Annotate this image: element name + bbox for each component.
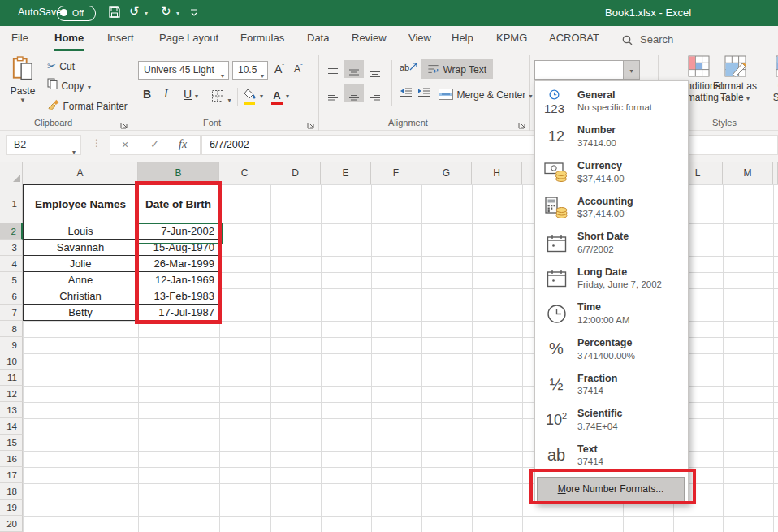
format-option-scientific[interactable]: 102 Scientific 3.74E+04 bbox=[535, 402, 688, 438]
decrease-font-size-button[interactable]: Aˇ bbox=[294, 63, 303, 75]
row-header-2[interactable]: 2 bbox=[0, 223, 23, 240]
borders-dropdown-icon[interactable]: ▾ bbox=[227, 97, 231, 104]
font-size-dropdown-icon[interactable]: ▾ bbox=[261, 67, 264, 84]
paste-button[interactable]: Paste ▼ bbox=[5, 55, 41, 123]
insert-function-icon[interactable]: fx bbox=[179, 138, 187, 151]
row-header-12[interactable]: 12 bbox=[0, 386, 23, 402]
align-middle-button[interactable] bbox=[344, 60, 364, 78]
font-name-combobox[interactable]: Univers 45 Light ▾ bbox=[138, 61, 229, 80]
increase-font-size-button[interactable]: Aˆ bbox=[274, 63, 284, 76]
cell-B3[interactable]: 15-Aug-1970 bbox=[138, 240, 219, 256]
cell-B6[interactable]: 13-Feb-1983 bbox=[138, 288, 219, 305]
row-header-1[interactable]: 1 bbox=[0, 184, 23, 223]
tab-data[interactable]: Data bbox=[307, 32, 329, 49]
column-header-h[interactable]: H bbox=[472, 162, 522, 184]
decrease-indent-button[interactable] bbox=[400, 87, 413, 102]
italic-button[interactable]: I bbox=[164, 88, 168, 101]
tab-view[interactable]: View bbox=[408, 32, 431, 49]
column-header-m[interactable]: M bbox=[723, 162, 773, 184]
tab-kpmg[interactable]: KPMG bbox=[496, 32, 527, 49]
row-header-15[interactable]: 15 bbox=[0, 435, 23, 451]
cut-button[interactable]: ✂ Cut bbox=[47, 58, 75, 73]
align-bottom-button[interactable] bbox=[365, 60, 385, 78]
tab-acrobat[interactable]: ACROBAT bbox=[549, 32, 599, 49]
row-header-11[interactable]: 11 bbox=[0, 370, 23, 386]
format-option-currency[interactable]: Currency $37,414.00 bbox=[535, 154, 688, 190]
formula-bar-splitter[interactable]: ⋮ bbox=[92, 137, 102, 149]
autosave-toggle[interactable]: Off bbox=[57, 6, 96, 21]
tab-file[interactable]: File bbox=[11, 32, 28, 49]
undo-icon[interactable]: ↺ bbox=[129, 5, 140, 18]
search-icon[interactable] bbox=[622, 34, 633, 49]
cell-B4[interactable]: 26-Mar-1999 bbox=[138, 256, 219, 272]
row-header-5[interactable]: 5 bbox=[0, 272, 23, 288]
format-option-general[interactable]: 123 General No specific format bbox=[535, 84, 688, 119]
font-color-dropdown-icon[interactable]: ▾ bbox=[286, 93, 289, 100]
borders-button[interactable]: ▾ bbox=[211, 89, 231, 106]
row-header-18[interactable]: 18 bbox=[0, 483, 23, 500]
cell-A6[interactable]: Christian bbox=[23, 288, 138, 305]
bold-button[interactable]: B bbox=[143, 88, 151, 101]
merge-center-button[interactable]: Merge & Center ▾ bbox=[439, 84, 533, 104]
column-header-g[interactable]: G bbox=[421, 162, 472, 184]
name-box-dropdown-icon[interactable]: ▾ bbox=[72, 143, 76, 162]
enter-icon[interactable]: ✓ bbox=[150, 138, 159, 150]
align-right-button[interactable] bbox=[365, 84, 385, 102]
formula-input[interactable]: 6/7/2002 bbox=[201, 135, 778, 155]
save-icon[interactable] bbox=[108, 6, 121, 22]
cell-A1[interactable]: Employee Names bbox=[23, 184, 138, 223]
increase-indent-button[interactable] bbox=[417, 87, 430, 102]
column-header-partial[interactable] bbox=[773, 162, 778, 184]
cancel-icon[interactable]: × bbox=[122, 138, 128, 151]
column-header-c[interactable]: C bbox=[219, 162, 270, 184]
row-header-10[interactable]: 10 bbox=[0, 353, 23, 370]
format-painter-button[interactable]: Format Painter bbox=[47, 97, 128, 113]
tab-insert[interactable]: Insert bbox=[107, 32, 134, 49]
cell-A5[interactable]: Anne bbox=[23, 272, 138, 288]
search-label[interactable]: Search bbox=[640, 33, 673, 45]
fill-color-dropdown-icon[interactable]: ▾ bbox=[260, 93, 263, 100]
row-header-3[interactable]: 3 bbox=[0, 240, 23, 256]
cell-B1[interactable]: Date of Birth bbox=[138, 184, 219, 223]
row-header-19[interactable]: 19 bbox=[0, 500, 23, 516]
format-as-table-button[interactable]: Format as Table ▾ bbox=[707, 55, 763, 103]
wrap-text-button[interactable]: Wrap Text bbox=[421, 59, 493, 79]
format-option-fraction[interactable]: ½ Fraction 37414 bbox=[535, 367, 688, 403]
format-option-long-date[interactable]: Long Date Friday, June 7, 2002 bbox=[535, 261, 688, 296]
tab-help[interactable]: Help bbox=[452, 32, 473, 49]
number-format-combobox[interactable]: ▾ bbox=[534, 60, 640, 80]
row-header-14[interactable]: 14 bbox=[0, 418, 23, 435]
format-option-text[interactable]: ab Text 37414 bbox=[535, 438, 688, 474]
row-header-7[interactable]: 7 bbox=[0, 305, 23, 321]
redo-dropdown-icon[interactable]: ▾ bbox=[176, 10, 179, 17]
underline-button[interactable]: U bbox=[184, 88, 192, 101]
row-header-16[interactable]: 16 bbox=[0, 451, 23, 467]
merge-center-dropdown-icon[interactable]: ▾ bbox=[529, 93, 533, 100]
name-box[interactable]: B2 ▾ bbox=[6, 135, 81, 155]
format-option-short-date[interactable]: Short Date 6/7/2002 bbox=[535, 225, 688, 261]
cell-styles-button[interactable]: Cell Styles bbox=[762, 55, 778, 103]
format-option-number[interactable]: 12 Number 37414.00 bbox=[535, 119, 688, 155]
cell-B5[interactable]: 12-Jan-1969 bbox=[138, 272, 219, 288]
font-size-combobox[interactable]: 10.5 ▾ bbox=[232, 61, 268, 80]
row-header-9[interactable]: 9 bbox=[0, 337, 23, 353]
cell-A3[interactable]: Savannah bbox=[23, 240, 138, 256]
cell-A7[interactable]: Betty bbox=[23, 305, 138, 321]
align-top-button[interactable] bbox=[323, 60, 343, 78]
row-header-13[interactable]: 13 bbox=[0, 402, 23, 418]
align-center-button[interactable] bbox=[344, 84, 364, 102]
row-header-4[interactable]: 4 bbox=[0, 256, 23, 272]
tab-formulas[interactable]: Formulas bbox=[240, 32, 284, 49]
column-header-b[interactable]: B bbox=[138, 162, 219, 184]
format-option-time[interactable]: Time 12:00:00 AM bbox=[535, 296, 688, 332]
cell-B7[interactable]: 17-Jul-1987 bbox=[138, 305, 219, 321]
customize-qat-icon[interactable] bbox=[190, 6, 198, 21]
cell-A4[interactable]: Jolie bbox=[23, 256, 138, 272]
align-left-button[interactable] bbox=[323, 84, 343, 102]
font-color-button[interactable]: A bbox=[271, 88, 283, 105]
fill-color-button[interactable] bbox=[244, 88, 257, 105]
row-header-20[interactable]: 20 bbox=[0, 516, 23, 532]
format-option-percentage[interactable]: % Percentage 3741400.00% bbox=[535, 331, 688, 367]
font-name-dropdown-icon[interactable]: ▾ bbox=[221, 67, 224, 84]
row-header-6[interactable]: 6 bbox=[0, 288, 23, 305]
